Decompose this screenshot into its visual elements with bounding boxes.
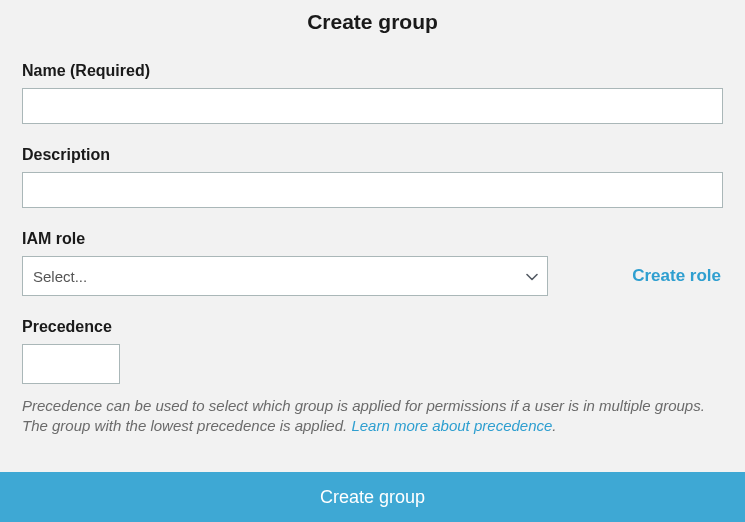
- page-title: Create group: [22, 0, 723, 62]
- iam-role-select-placeholder: Select...: [33, 268, 87, 285]
- name-input[interactable]: [22, 88, 723, 124]
- create-role-link[interactable]: Create role: [632, 266, 721, 286]
- iam-role-select[interactable]: Select...: [22, 256, 548, 296]
- precedence-input[interactable]: [22, 344, 120, 384]
- precedence-help-text: Precedence can be used to select which g…: [22, 396, 723, 437]
- description-label: Description: [22, 146, 723, 164]
- description-input[interactable]: [22, 172, 723, 208]
- name-label: Name (Required): [22, 62, 723, 80]
- learn-more-precedence-link[interactable]: Learn more about precedence: [351, 417, 552, 434]
- create-group-button[interactable]: Create group: [0, 472, 745, 522]
- precedence-field-group: Precedence Precedence can be used to sel…: [22, 318, 723, 437]
- iam-role-label: IAM role: [22, 230, 723, 248]
- precedence-label: Precedence: [22, 318, 723, 336]
- iam-role-field-group: IAM role Select... Create role: [22, 230, 723, 296]
- precedence-help-text-part2: .: [552, 417, 556, 434]
- description-field-group: Description: [22, 146, 723, 208]
- name-field-group: Name (Required): [22, 62, 723, 124]
